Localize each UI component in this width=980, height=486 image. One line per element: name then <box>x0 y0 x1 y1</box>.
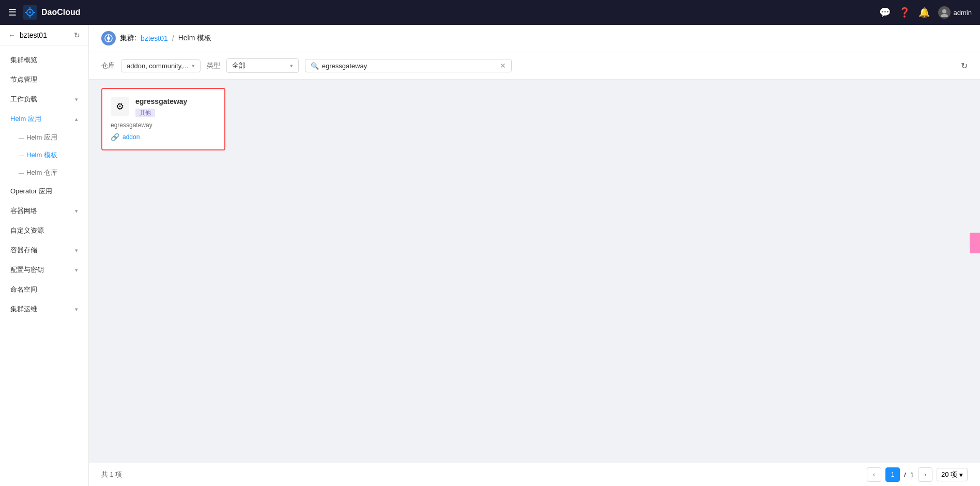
help-icon[interactable]: ❓ <box>899 7 910 18</box>
sidebar-item-label: 容器网络 <box>10 206 37 216</box>
sidebar-item-label: 命名空间 <box>10 285 37 294</box>
sidebar-item-helm-app[interactable]: Helm 应用 ▴ <box>0 109 88 129</box>
breadcrumb-current-page: Helm 模板 <box>178 34 212 43</box>
svg-point-7 <box>942 9 946 13</box>
chevron-down-icon: ▾ <box>75 267 78 274</box>
chevron-up-icon: ▴ <box>75 116 78 123</box>
sidebar-refresh-button[interactable]: ↻ <box>74 31 80 39</box>
search-box: 🔍 egressgateway ✕ <box>305 59 512 72</box>
sidebar-item-label: Operator 应用 <box>10 187 52 196</box>
cluster-name-display: ← bztest01 <box>8 31 47 39</box>
sidebar-item-cluster-overview[interactable]: 集群概览 <box>0 50 88 70</box>
sidebar-item-custom-resource[interactable]: 自定义资源 <box>0 221 88 240</box>
card-header: ⚙ egressgateway 其他 <box>111 97 216 117</box>
hamburger-icon[interactable]: ☰ <box>8 7 17 18</box>
card-tag: 其他 <box>135 109 155 117</box>
filter-bar: 仓库 addon, community,... ▾ 类型 全部 ▾ 🔍 egre… <box>89 52 980 80</box>
sidebar-item-label: 集群运维 <box>10 305 37 314</box>
sidebar-item-label: 配置与密钥 <box>10 265 44 275</box>
svg-point-8 <box>941 14 948 17</box>
sidebar-item-label: 节点管理 <box>10 75 37 84</box>
page-size-value: 20 项 <box>941 470 957 479</box>
sidebar-item-cluster-ops[interactable]: 集群运维 ▾ <box>0 299 88 319</box>
cluster-name-label: bztest01 <box>20 31 47 39</box>
helm-template-card[interactable]: ⚙ egressgateway 其他 egressgateway 🔗 addon <box>101 88 225 150</box>
link-icon: 🔗 <box>111 133 119 141</box>
sidebar-item-helm-template[interactable]: Helm 模板 <box>0 146 88 164</box>
sidebar-item-label: Helm 应用 <box>10 114 41 124</box>
username: admin <box>954 9 972 17</box>
pagination-total: 共 1 项 <box>101 470 122 479</box>
sidebar-item-config-secret[interactable]: 配置与密钥 ▾ <box>0 260 88 280</box>
breadcrumb-cluster-label: 集群: <box>120 34 136 43</box>
main-content: 集群: bztest01 / Helm 模板 仓库 addon, communi… <box>89 25 980 486</box>
sidebar-item-node-management[interactable]: 节点管理 <box>0 70 88 89</box>
card-footer: 🔗 addon <box>111 133 216 141</box>
pagination-bar: 共 1 项 ‹ 1 / 1 › 20 项 ▾ <box>89 463 980 486</box>
content-refresh-button[interactable]: ↻ <box>961 61 968 71</box>
sidebar-item-label: 自定义资源 <box>10 226 44 235</box>
chevron-down-icon: ▾ <box>75 208 78 215</box>
user-avatar <box>938 6 951 19</box>
gear-icon: ⚙ <box>116 101 124 112</box>
logo-text: DaoCloud <box>41 8 81 17</box>
page-size-select[interactable]: 20 项 ▾ <box>937 468 968 481</box>
type-select-value: 全部 <box>232 61 287 70</box>
notification-icon[interactable]: 🔔 <box>918 7 930 18</box>
breadcrumb-cluster-link[interactable]: bztest01 <box>141 34 168 42</box>
daocloud-logo-icon <box>23 5 37 20</box>
floating-side-button[interactable] <box>970 233 980 253</box>
topnav: ☰ DaoCloud 💬 ❓ 🔔 admin <box>0 0 980 25</box>
sidebar-item-helm-repo[interactable]: Helm 仓库 <box>0 164 88 181</box>
chevron-down-icon: ▾ <box>75 96 78 103</box>
back-button[interactable]: ← <box>8 31 16 39</box>
topnav-left: ☰ DaoCloud <box>8 5 81 20</box>
chevron-down-icon: ▾ <box>290 63 293 69</box>
card-description: egressgateway <box>111 122 216 129</box>
chevron-down-icon: ▾ <box>75 247 78 254</box>
pagination-next-button[interactable]: › <box>918 467 932 482</box>
warehouse-label: 仓库 <box>101 61 115 70</box>
sidebar-item-container-network[interactable]: 容器网络 ▾ <box>0 201 88 221</box>
content-area: ⚙ egressgateway 其他 egressgateway 🔗 addon <box>89 80 980 463</box>
helm-template-grid: ⚙ egressgateway 其他 egressgateway 🔗 addon <box>101 88 968 150</box>
sidebar-item-label: 容器存储 <box>10 246 37 255</box>
warehouse-select-value: addon, community,... <box>127 62 189 70</box>
search-icon: 🔍 <box>311 62 319 70</box>
pagination-page-1[interactable]: 1 <box>885 467 900 482</box>
logo: DaoCloud <box>23 5 81 20</box>
app-layout: ← bztest01 ↻ 集群概览 节点管理 工作负载 ▾ Helm 应用 ▴ … <box>0 25 980 486</box>
card-icon: ⚙ <box>111 97 129 116</box>
topnav-right: 💬 ❓ 🔔 admin <box>879 6 972 19</box>
pagination-controls: ‹ 1 / 1 › 20 项 ▾ <box>867 467 968 482</box>
pagination-total-pages: 1 <box>910 471 914 479</box>
message-icon[interactable]: 💬 <box>879 7 891 18</box>
type-select[interactable]: 全部 ▾ <box>226 58 299 73</box>
pagination-prev-button[interactable]: ‹ <box>867 467 881 482</box>
svg-point-10 <box>107 37 110 40</box>
sidebar-item-container-storage[interactable]: 容器存储 ▾ <box>0 240 88 260</box>
chevron-down-icon: ▾ <box>192 63 195 69</box>
breadcrumb: 集群: bztest01 / Helm 模板 <box>89 25 980 52</box>
sidebar-subitem-label: Helm 应用 <box>26 133 57 142</box>
card-repo: addon <box>122 133 140 141</box>
warehouse-select[interactable]: addon, community,... ▾ <box>121 59 201 72</box>
sidebar-item-label: 集群概览 <box>10 55 37 65</box>
user-menu[interactable]: admin <box>938 6 972 19</box>
sidebar-cluster-header: ← bztest01 ↻ <box>0 25 88 46</box>
card-title: egressgateway <box>135 97 216 105</box>
sidebar-item-namespace[interactable]: 命名空间 <box>0 280 88 299</box>
svg-point-2 <box>29 11 31 13</box>
search-clear-button[interactable]: ✕ <box>500 62 506 70</box>
sidebar-item-operator-app[interactable]: Operator 应用 <box>0 181 88 201</box>
pagination-separator: / <box>904 471 906 479</box>
sidebar-item-workload[interactable]: 工作负载 ▾ <box>0 89 88 109</box>
sidebar: ← bztest01 ↻ 集群概览 节点管理 工作负载 ▾ Helm 应用 ▴ … <box>0 25 89 486</box>
sidebar-item-helm-application[interactable]: Helm 应用 <box>0 129 88 146</box>
sidebar-menu: 集群概览 节点管理 工作负载 ▾ Helm 应用 ▴ Helm 应用 Helm … <box>0 46 88 486</box>
search-input[interactable]: egressgateway <box>322 62 497 70</box>
chevron-down-icon: ▾ <box>75 306 78 313</box>
sidebar-subitem-label: Helm 仓库 <box>26 168 57 177</box>
breadcrumb-separator: / <box>172 34 174 42</box>
chevron-down-icon: ▾ <box>959 471 963 479</box>
